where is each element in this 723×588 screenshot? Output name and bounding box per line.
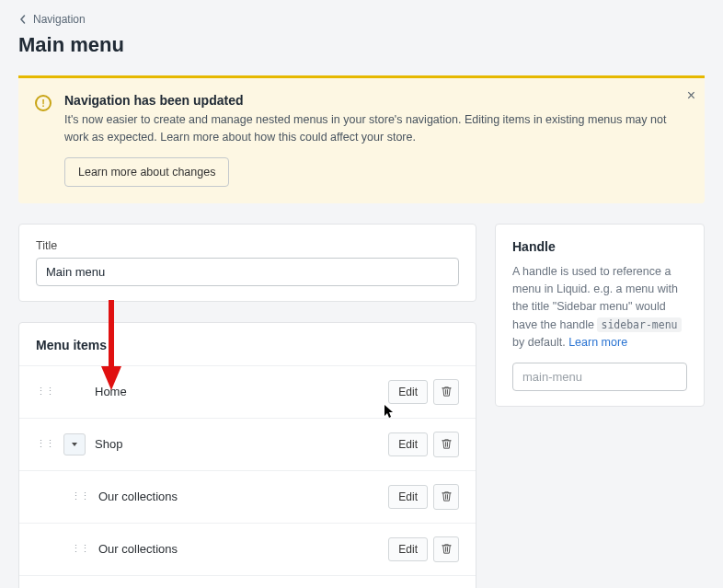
menu-item-label: Our collections	[98, 490, 388, 503]
title-card: Title	[18, 224, 476, 302]
drag-handle-icon[interactable]: ⋮⋮	[36, 386, 54, 398]
menu-items-header: Menu items	[19, 323, 476, 366]
menu-row-shop: ⋮⋮ Shop Edit	[19, 419, 476, 471]
delete-button[interactable]	[433, 536, 459, 562]
menu-items-card: Menu items ⋮⋮ Home Edit ⋮⋮ Shop Edit	[18, 322, 476, 589]
edit-button[interactable]: Edit	[388, 432, 428, 456]
menu-item-label: Shop	[95, 437, 388, 451]
menu-row-child: ⋮⋮ Blog posts Edit	[19, 576, 476, 589]
title-input[interactable]	[36, 258, 459, 286]
caret-down-icon	[71, 441, 78, 448]
edit-button[interactable]: Edit	[388, 380, 428, 404]
edit-button[interactable]: Edit	[388, 537, 428, 561]
breadcrumb-label: Navigation	[33, 13, 86, 26]
delete-button[interactable]	[433, 484, 459, 510]
menu-item-label: Our collections	[98, 542, 388, 556]
handle-description: A handle is used to reference a menu in …	[512, 263, 687, 352]
handle-title: Handle	[512, 239, 687, 254]
banner-title: Navigation has been updated	[64, 93, 688, 108]
drag-handle-icon[interactable]: ⋮⋮	[71, 490, 89, 502]
menu-item-label: Home	[95, 385, 388, 398]
drag-handle-icon[interactable]: ⋮⋮	[36, 438, 54, 450]
close-icon: ×	[687, 87, 695, 103]
trash-icon	[441, 438, 453, 450]
title-label: Title	[36, 239, 459, 252]
trash-icon	[441, 490, 453, 502]
chevron-left-icon	[18, 15, 28, 24]
trash-icon	[441, 386, 453, 398]
drag-handle-icon[interactable]: ⋮⋮	[71, 543, 89, 555]
handle-input[interactable]	[512, 363, 687, 391]
learn-more-button[interactable]: Learn more about changes	[64, 157, 229, 187]
edit-button[interactable]: Edit	[388, 485, 428, 509]
breadcrumb[interactable]: Navigation	[18, 13, 86, 26]
delete-button[interactable]	[433, 379, 459, 405]
menu-row-child: ⋮⋮ Our collections Edit	[19, 471, 476, 524]
trash-icon	[441, 543, 453, 555]
expand-button[interactable]	[63, 433, 86, 455]
update-banner: ! Navigation has been updated It's now e…	[18, 75, 705, 203]
menu-row-home: ⋮⋮ Home Edit	[19, 366, 476, 419]
banner-body: It's now easier to create and manage nes…	[64, 111, 688, 146]
page-title: Main menu	[18, 33, 705, 57]
alert-icon: !	[35, 95, 52, 111]
banner-close-button[interactable]: ×	[687, 87, 695, 104]
learn-more-link[interactable]: Learn more	[568, 336, 627, 349]
menu-row-child: ⋮⋮ Our collections Edit	[19, 524, 476, 576]
handle-card: Handle A handle is used to reference a m…	[495, 224, 705, 408]
delete-button[interactable]	[433, 432, 459, 457]
